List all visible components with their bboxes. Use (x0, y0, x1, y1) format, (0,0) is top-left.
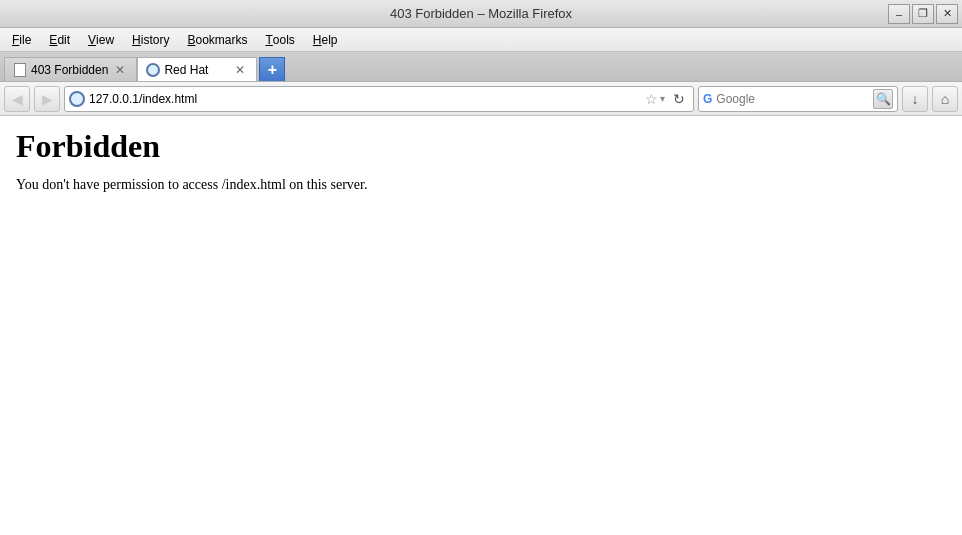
address-input[interactable] (89, 92, 641, 106)
navbar: ◀ ▶ ☆ ▾ ↻ G 🔍 ↓ ⌂ (0, 82, 962, 116)
tab-favicon-1 (13, 63, 27, 77)
tab-close-1[interactable]: ✕ (112, 62, 128, 78)
tab-403-forbidden[interactable]: 403 Forbidden ✕ (4, 57, 137, 81)
menubar: File Edit View History Bookmarks Tools H… (0, 28, 962, 52)
menu-bookmarks[interactable]: Bookmarks (179, 30, 255, 50)
back-icon: ◀ (12, 91, 23, 107)
close-button[interactable]: ✕ (936, 4, 958, 24)
search-bar[interactable]: G 🔍 (698, 86, 898, 112)
minimize-button[interactable]: – (888, 4, 910, 24)
page-content: Forbidden You don't have permission to a… (0, 116, 962, 535)
home-icon: ⌂ (941, 91, 949, 107)
address-globe-icon (69, 91, 85, 107)
address-star-area: ☆ ▾ (645, 91, 665, 107)
search-button[interactable]: 🔍 (873, 89, 893, 109)
menu-file[interactable]: File (4, 30, 39, 50)
reload-button[interactable]: ↻ (669, 89, 689, 109)
star-dropdown-icon[interactable]: ▾ (660, 93, 665, 104)
reload-icon: ↻ (673, 91, 685, 107)
tab-favicon-2 (146, 63, 160, 77)
google-search-icon: G (703, 92, 712, 106)
menu-tools[interactable]: Tools (257, 30, 302, 50)
menu-history[interactable]: History (124, 30, 177, 50)
tabbar: 403 Forbidden ✕ Red Hat ✕ + (0, 52, 962, 82)
search-input[interactable] (716, 92, 869, 106)
search-magnify-icon: 🔍 (876, 92, 891, 106)
download-button[interactable]: ↓ (902, 86, 928, 112)
window-controls: – ❐ ✕ (888, 4, 958, 24)
restore-button[interactable]: ❐ (912, 4, 934, 24)
tab-red-hat[interactable]: Red Hat ✕ (137, 57, 257, 81)
forward-button[interactable]: ▶ (34, 86, 60, 112)
titlebar: 403 Forbidden – Mozilla Firefox – ❐ ✕ (0, 0, 962, 28)
forward-icon: ▶ (42, 91, 53, 107)
page-icon (14, 63, 26, 77)
tab-label-2: Red Hat (164, 63, 228, 77)
home-button[interactable]: ⌂ (932, 86, 958, 112)
address-bar[interactable]: ☆ ▾ ↻ (64, 86, 694, 112)
menu-help[interactable]: Help (305, 30, 346, 50)
tab-label-1: 403 Forbidden (31, 63, 108, 77)
tab-close-2[interactable]: ✕ (232, 62, 248, 78)
star-icon[interactable]: ☆ (645, 91, 658, 107)
download-icon: ↓ (912, 91, 919, 107)
menu-view[interactable]: View (80, 30, 122, 50)
window-title: 403 Forbidden – Mozilla Firefox (390, 6, 572, 21)
back-button[interactable]: ◀ (4, 86, 30, 112)
page-body: You don't have permission to access /ind… (16, 177, 946, 193)
menu-edit[interactable]: Edit (41, 30, 78, 50)
new-tab-button[interactable]: + (259, 57, 285, 81)
globe-icon (146, 63, 160, 77)
page-heading: Forbidden (16, 128, 946, 165)
